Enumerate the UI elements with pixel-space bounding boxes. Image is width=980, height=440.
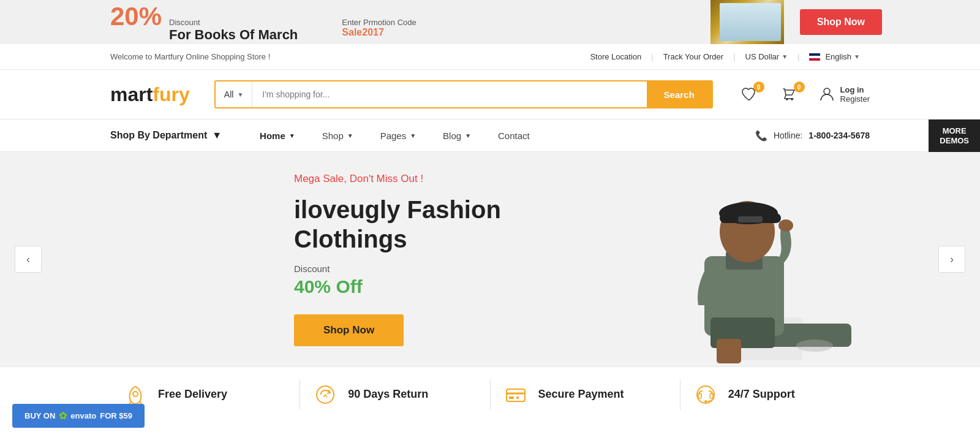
- envato-buy-label: BUY ON: [24, 411, 55, 420]
- nav-contact-label: Contact: [498, 131, 530, 141]
- store-location-link[interactable]: Store Location: [580, 52, 651, 61]
- search-category-dropdown[interactable]: All ▼: [216, 82, 252, 107]
- envato-price: FOR $59: [100, 411, 132, 420]
- envato-leaf-icon: ✿: [59, 410, 67, 422]
- banner-for-books: For Books Of March: [169, 27, 298, 43]
- hero-person-svg: [594, 158, 864, 366]
- search-input[interactable]: [252, 82, 646, 107]
- support-icon: [693, 382, 718, 408]
- banner-promo-code: Sale2017: [342, 27, 416, 38]
- nav-bar: Shop By Department ▼ Home ▼ Shop ▼ Pages…: [0, 119, 980, 152]
- shop-by-department[interactable]: Shop By Department ▼: [110, 130, 246, 141]
- utility-right: Store Location | Track Your Order | US D…: [580, 52, 870, 61]
- login-register-text: Log in Register: [840, 85, 870, 104]
- nav-home-label: Home: [260, 131, 285, 141]
- currency-chevron-icon: ▼: [782, 53, 788, 60]
- svg-point-1: [791, 99, 793, 100]
- feature-24-7-support: 24/7 Support: [680, 382, 870, 408]
- hotline-label: Hotline:: [774, 131, 802, 140]
- banner-shop-now-button[interactable]: Shop Now: [800, 9, 882, 35]
- svg-rect-10: [738, 216, 763, 222]
- hero-shop-now-button[interactable]: Shop Now: [294, 314, 404, 346]
- wishlist-badge: 0: [753, 82, 764, 93]
- nav-shop-label: Shop: [322, 131, 344, 141]
- wishlist-icon-circle: 0: [737, 83, 761, 106]
- hero-image-area: [576, 152, 882, 366]
- banner-discount-label: Discount: [169, 18, 298, 27]
- nav-link-shop[interactable]: Shop ▼: [309, 131, 367, 141]
- cart-icon-circle: 0: [778, 83, 801, 106]
- nav-pages-label: Pages: [380, 131, 407, 141]
- nav-pages-chevron-icon: ▼: [410, 132, 416, 139]
- envato-buy-button[interactable]: BUY ON ✿ envato FOR $59: [12, 404, 145, 422]
- svg-rect-20: [516, 396, 519, 399]
- slider-discount-label: Discount: [294, 264, 501, 274]
- feature-secure-payment: Secure Payment: [491, 382, 680, 408]
- svg-rect-23: [710, 393, 713, 398]
- svg-point-0: [786, 99, 788, 100]
- payment-icon: [503, 382, 529, 408]
- feature-secure-payment-label: Secure Payment: [538, 388, 624, 401]
- feature-90-days-return-label: 90 Days Return: [348, 388, 428, 401]
- svg-rect-22: [698, 393, 701, 398]
- cart-icon-group[interactable]: 0: [778, 83, 801, 106]
- banner-offer: 20% Discount For Books Of March Enter Pr…: [110, 2, 417, 43]
- nav-link-contact[interactable]: Contact: [484, 131, 543, 141]
- welcome-text: Welcome to Martfury Online Shopping Stor…: [110, 52, 270, 61]
- login-label[interactable]: Log in: [840, 85, 870, 94]
- more-demos-button[interactable]: MORE DEMOS: [929, 119, 980, 153]
- register-label[interactable]: Register: [840, 94, 870, 104]
- shop-by-dept-chevron-icon: ▼: [212, 130, 222, 141]
- currency-dropdown[interactable]: US Dollar ▼: [736, 52, 798, 61]
- envato-platform: envato: [70, 411, 96, 420]
- language-dropdown[interactable]: English ▼: [799, 52, 870, 61]
- logo[interactable]: martfury: [110, 83, 190, 106]
- nav-links: Home ▼ Shop ▼ Pages ▼ Blog ▼ Contact: [246, 131, 543, 141]
- slider-discount-amount: 40% Off: [294, 276, 501, 297]
- header-icons: 0 0 Log in Register: [737, 83, 870, 106]
- svg-point-2: [824, 88, 830, 94]
- slider-prev-button[interactable]: ‹: [15, 246, 42, 273]
- nav-link-home[interactable]: Home ▼: [246, 131, 309, 141]
- svg-point-24: [704, 400, 707, 403]
- search-category-label: All: [224, 89, 234, 99]
- features-bar: Free Delivery 90 Days Return Secure Paym…: [0, 366, 980, 422]
- return-icon: [312, 382, 338, 408]
- nav-left: Shop By Department ▼ Home ▼ Shop ▼ Pages…: [110, 130, 543, 141]
- svg-point-14: [796, 339, 833, 352]
- search-button[interactable]: Search: [647, 82, 712, 107]
- banner-percent: 20%: [110, 2, 162, 31]
- currency-label: US Dollar: [745, 52, 780, 61]
- nav-hotline: 📞 Hotline: 1-800-234-5678: [755, 130, 870, 142]
- svg-rect-19: [509, 396, 514, 399]
- track-order-link[interactable]: Track Your Order: [654, 52, 734, 61]
- shop-by-dept-label: Shop By Department: [110, 130, 207, 141]
- header: martfury All ▼ Search 0 0: [0, 70, 980, 119]
- slider-next-button[interactable]: ›: [938, 246, 965, 273]
- language-label: English: [825, 52, 851, 61]
- search-bar: All ▼ Search: [214, 80, 713, 108]
- hero-slider: ‹ Mega Sale, Don't Miss Out ! iloveugly …: [0, 152, 980, 366]
- language-chevron-icon: ▼: [854, 53, 860, 60]
- book-visual: [710, 0, 784, 44]
- svg-rect-17: [507, 389, 525, 401]
- nav-shop-chevron-icon: ▼: [347, 132, 353, 139]
- nav-link-pages[interactable]: Pages ▼: [367, 131, 429, 141]
- slider-title: iloveugly FashionClothings: [294, 195, 501, 254]
- slider-tag: Mega Sale, Don't Miss Out !: [294, 173, 501, 185]
- wishlist-icon-group[interactable]: 0: [737, 83, 761, 106]
- nav-home-chevron-icon: ▼: [289, 132, 295, 139]
- nav-blog-chevron-icon: ▼: [465, 132, 471, 139]
- user-icon-group[interactable]: Log in Register: [818, 85, 870, 104]
- nav-blog-label: Blog: [443, 131, 461, 141]
- uk-flag-icon: [809, 53, 820, 61]
- nav-link-blog[interactable]: Blog ▼: [429, 131, 484, 141]
- search-category-chevron-icon: ▼: [237, 91, 243, 98]
- user-icon: [818, 86, 835, 103]
- more-demos-line2: DEMOS: [940, 136, 969, 146]
- feature-24-7-support-label: 24/7 Support: [728, 388, 795, 401]
- cart-badge: 0: [794, 82, 805, 93]
- slider-content: Mega Sale, Don't Miss Out ! iloveugly Fa…: [0, 173, 501, 346]
- banner-enter-code: Enter Prmotion Code: [342, 18, 416, 27]
- svg-rect-13: [717, 339, 741, 363]
